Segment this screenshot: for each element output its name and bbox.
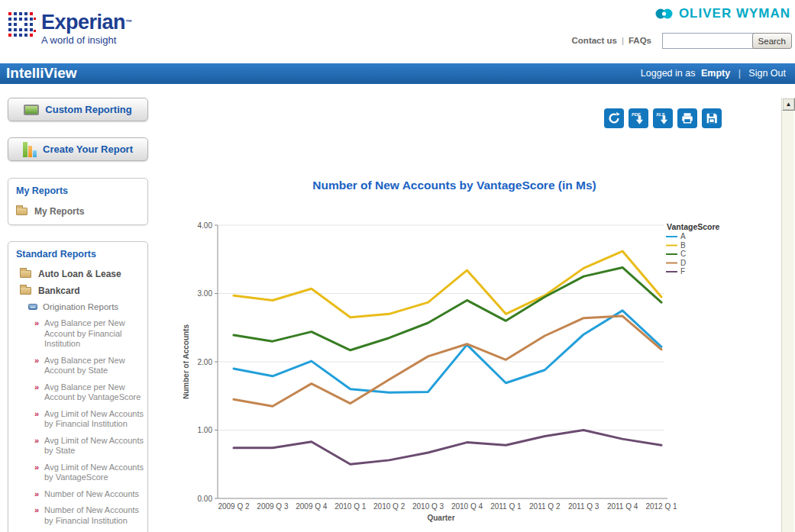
x-tick-label: 2010 Q 4	[451, 502, 483, 511]
my-reports-folder-label: My Reports	[34, 206, 84, 217]
tree-subfolder-label: Origination Reports	[43, 302, 118, 311]
report-link-label: Number of New Accounts	[44, 489, 139, 498]
report-link-label: Avg Balance per New Account by VantageSc…	[44, 382, 141, 402]
experian-wordmark: Experian™	[41, 11, 132, 34]
chevron-right-icon: »	[34, 382, 39, 393]
legend-title: VantageScore	[667, 222, 720, 231]
contact-us-link[interactable]: Contact us	[572, 36, 617, 45]
header: Experian™ A world of insight OLIVER WYMA…	[0, 0, 795, 63]
create-your-report-button[interactable]: Create Your Report	[8, 137, 148, 161]
xls-download-icon[interactable]: XLS	[653, 108, 673, 128]
experian-tagline: A world of insight	[41, 34, 132, 46]
x-tick-label: 2009 Q 2	[218, 502, 250, 511]
oliver-wyman-logo: OLIVER WYMAN	[654, 6, 790, 21]
report-link[interactable]: »Avg Balance per New Account by State	[34, 356, 148, 376]
legend-label-B: B	[680, 241, 686, 250]
logged-in-user: Empty	[701, 68, 730, 79]
chevron-right-icon: »	[34, 318, 39, 329]
vertical-scrollbar[interactable]: ▲	[781, 98, 794, 532]
navbar: IntelliView Logged in as Empty | Sign Ou…	[0, 63, 795, 84]
custom-reporting-label: Custom Reporting	[45, 104, 131, 115]
report-link[interactable]: »Number of New Accounts by Financial Ins…	[34, 505, 148, 526]
report-link[interactable]: »Avg Limit of New Accounts by State	[34, 436, 148, 456]
series-line-A	[234, 311, 661, 392]
report-link[interactable]: »Avg Balance per New Account by VantageS…	[34, 382, 148, 403]
create-your-report-label: Create Your Report	[43, 143, 133, 155]
report-link-label: Avg Balance per New Account by State	[44, 356, 125, 376]
tree-folder-label: Auto Loan & Lease	[38, 269, 121, 279]
session-divider: |	[738, 68, 741, 79]
standard-reports-panel: Standard Reports Auto Loan & LeaseBankca…	[8, 241, 148, 532]
report-tree: Auto Loan & LeaseBankcardOrigination Rep…	[8, 269, 147, 532]
pdf-download-icon[interactable]: PDF	[629, 108, 648, 128]
series-line-D	[234, 316, 661, 406]
custom-reporting-button[interactable]: Custom Reporting	[8, 98, 148, 121]
experian-logo: Experian™ A world of insight	[8, 11, 132, 46]
chevron-right-icon: »	[34, 409, 39, 420]
my-reports-folder-item[interactable]: My Reports	[16, 206, 147, 217]
x-tick-label: 2011 Q 4	[607, 502, 638, 511]
folder-icon	[20, 270, 31, 278]
report-link-label: Avg Limit of New Accounts by VantageScor…	[44, 463, 144, 482]
chevron-right-icon: »	[34, 489, 39, 500]
save-icon[interactable]	[702, 108, 722, 128]
tree-folder[interactable]: Auto Loan & Lease	[20, 269, 147, 279]
x-tick-label: 2009 Q 3	[257, 502, 289, 511]
report-link-label: Avg Balance per New Account by Financial…	[44, 318, 125, 348]
session-info: Logged in as Empty | Sign Out	[641, 68, 786, 79]
chart-toolbar: PDF XLS	[604, 108, 722, 128]
header-links: Contact us|FAQs	[572, 36, 651, 45]
y-tick-label: 2.00	[198, 358, 213, 366]
monitor-icon	[24, 105, 39, 115]
y-axis-title: Number of Accounts	[183, 324, 190, 399]
y-tick-label: 0.00	[198, 495, 213, 503]
chevron-right-icon: »	[34, 463, 39, 473]
y-tick-label: 3.00	[198, 289, 213, 298]
x-tick-label: 2010 Q 2	[373, 502, 406, 511]
report-link[interactable]: »Avg Balance per New Account by Financia…	[34, 318, 148, 350]
search-button[interactable]: Search	[752, 33, 792, 49]
oliver-wyman-wordmark: OLIVER WYMAN	[679, 6, 790, 21]
report-link-label: Number of New Accounts by Financial Inst…	[44, 505, 139, 525]
tree-folder-label: Bankcard	[38, 285, 80, 296]
series-line-F	[234, 430, 661, 465]
y-tick-label: 1.00	[198, 426, 213, 434]
search-input[interactable]	[662, 33, 756, 49]
x-tick-label: 2010 Q 1	[334, 502, 367, 511]
x-tick-label: 2011 Q 2	[529, 502, 561, 511]
line-chart: 0.001.002.003.004.002009 Q 22009 Q 32009…	[183, 218, 790, 530]
app-title: IntelliView	[6, 65, 77, 82]
sign-out-link[interactable]: Sign Out	[748, 68, 786, 79]
experian-dots-icon	[8, 11, 37, 43]
report-link[interactable]: »Avg Limit of New Accounts by VantageSco…	[34, 463, 148, 483]
header-links-divider: |	[622, 36, 624, 45]
my-reports-heading: My Reports	[8, 179, 147, 196]
my-reports-panel: My Reports My Reports	[8, 178, 148, 225]
report-link[interactable]: »Avg Limit of New Accounts by Financial …	[34, 409, 148, 430]
print-icon[interactable]	[677, 108, 697, 128]
report-link-label: Avg Limit of New Accounts by Financial I…	[44, 409, 144, 429]
intelliview-page: Experian™ A world of insight OLIVER WYMA…	[0, 0, 795, 532]
scroll-up-arrow-icon[interactable]: ▲	[782, 98, 795, 111]
refresh-icon[interactable]	[604, 108, 624, 128]
x-axis-title: Quarter	[427, 514, 454, 522]
x-tick-label: 2010 Q 3	[412, 502, 444, 511]
report-link-label: Avg Limit of New Accounts by State	[44, 436, 144, 456]
legend-label-A: A	[680, 232, 686, 240]
legend-label-F: F	[680, 267, 685, 276]
folder-icon	[16, 208, 27, 215]
series-line-B	[234, 251, 661, 318]
y-tick-label: 4.00	[198, 221, 213, 230]
faqs-link[interactable]: FAQs	[629, 36, 651, 45]
tree-subfolder[interactable]: Origination Reports	[28, 302, 147, 311]
legend-label-C: C	[680, 250, 686, 258]
series-line-C	[234, 267, 661, 350]
bar-chart-icon	[23, 142, 37, 157]
report-link[interactable]: »Number of New Accounts	[34, 489, 148, 500]
x-tick-label: 2009 Q 4	[296, 502, 328, 511]
oliver-wyman-icon	[654, 8, 674, 20]
x-tick-label: 2011 Q 1	[490, 502, 522, 511]
logged-in-label: Logged in as	[641, 68, 696, 79]
chevron-right-icon: »	[34, 436, 39, 447]
tree-folder[interactable]: Bankcard	[20, 285, 147, 296]
